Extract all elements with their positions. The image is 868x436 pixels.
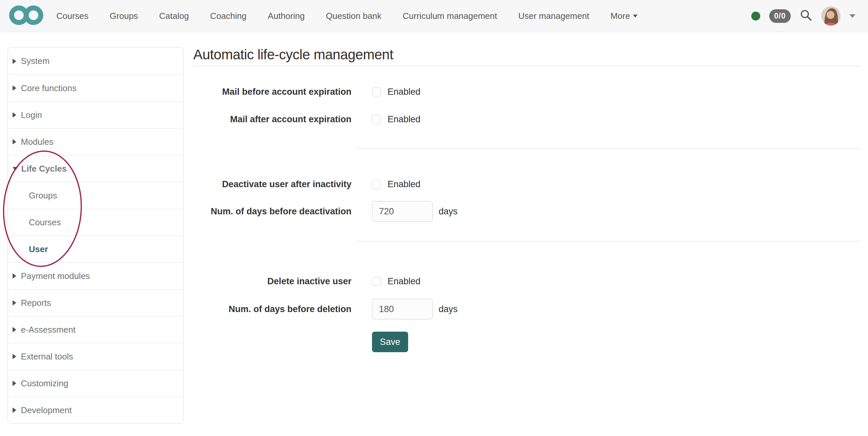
page-title: Automatic life-cycle management <box>193 48 393 62</box>
form-row-days-before-deletion: Num. of days before deletion days <box>193 299 861 320</box>
field-label: Mail after account expiration <box>193 114 351 125</box>
save-button[interactable]: Save <box>372 332 408 352</box>
enabled-label: Enabled <box>388 114 421 125</box>
form-row-mail-after-expiration: Mail after account expiration Enabled <box>193 112 861 127</box>
chevron-right-icon <box>12 354 16 359</box>
unit-label: days <box>439 206 458 217</box>
nav-item-groups[interactable]: Groups <box>110 11 138 21</box>
mail-before-expiration-checkbox[interactable] <box>372 88 381 96</box>
nav-item-catalog[interactable]: Catalog <box>159 11 189 21</box>
sidebar-item-label: User <box>29 244 48 255</box>
nav-item-courses[interactable]: Courses <box>56 11 89 21</box>
sidebar-item-development[interactable]: Development <box>8 397 183 424</box>
field-label: Num. of days before deactivation <box>193 206 351 217</box>
unit-label: days <box>439 304 458 314</box>
field-label: Deactivate user after inactivity <box>193 179 351 190</box>
mail-after-expiration-checkbox[interactable] <box>372 115 381 124</box>
field-label: Num. of days before deletion <box>193 304 351 314</box>
days-before-deletion-input[interactable] <box>372 299 433 320</box>
sidebar-item-payment-modules[interactable]: Payment modules <box>8 262 183 289</box>
form-row-days-before-deactivation: Num. of days before deactivation days <box>193 201 861 222</box>
sidebar-item-label: Modules <box>21 137 53 147</box>
sidebar-item-label: External tools <box>21 351 73 362</box>
chevron-right-icon <box>12 381 16 386</box>
sidebar-item-label: Reports <box>21 298 51 308</box>
infinity-logo-icon <box>9 5 44 27</box>
sidebar-item-system[interactable]: System <box>8 48 183 74</box>
chevron-right-icon <box>12 86 16 91</box>
enabled-label: Enabled <box>388 276 421 287</box>
sidebar-item-label: Login <box>21 110 42 120</box>
deactivate-user-checkbox[interactable] <box>372 180 381 189</box>
sidebar-item-label: e-Assessment <box>21 325 75 335</box>
chevron-right-icon <box>12 59 16 64</box>
section-divider <box>356 241 861 241</box>
sidebar-item-life-cycles-user[interactable]: User <box>8 236 183 262</box>
sidebar-item-label: Groups <box>29 191 57 201</box>
sidebar-item-login[interactable]: Login <box>8 101 183 128</box>
enabled-label: Enabled <box>388 179 421 190</box>
sidebar-item-e-assessment[interactable]: e-Assessment <box>8 316 183 343</box>
chevron-right-icon <box>12 273 16 279</box>
sidebar-item-label: Core functions <box>21 83 76 94</box>
field-label: Delete inactive user <box>193 276 351 287</box>
sidebar-item-reports[interactable]: Reports <box>8 289 183 316</box>
sidebar-item-life-cycles-courses[interactable]: Courses <box>8 209 183 236</box>
sidebar-item-label: Payment modules <box>21 271 90 281</box>
sidebar-item-core-functions[interactable]: Core functions <box>8 74 183 101</box>
main-content: Automatic life-cycle management Mail bef… <box>193 0 861 436</box>
sidebar-item-customizing[interactable]: Customizing <box>8 370 183 397</box>
section-divider <box>356 148 861 149</box>
days-before-deactivation-input[interactable] <box>372 201 433 222</box>
form-row-deactivate-user: Deactivate user after inactivity Enabled <box>193 177 861 192</box>
sidebar-item-label: Life Cycles <box>21 164 67 174</box>
chevron-right-icon <box>12 407 16 413</box>
sidebar-item-external-tools[interactable]: External tools <box>8 343 183 370</box>
app-logo[interactable] <box>9 5 44 27</box>
delete-inactive-user-checkbox[interactable] <box>372 277 381 286</box>
chevron-right-icon <box>12 327 16 332</box>
form-row-delete-inactive-user: Delete inactive user Enabled <box>193 274 861 289</box>
chevron-right-icon <box>12 300 16 305</box>
field-label: Mail before account expiration <box>193 87 351 97</box>
sidebar-item-life-cycles-groups[interactable]: Groups <box>8 182 183 209</box>
enabled-label: Enabled <box>388 87 421 97</box>
sidebar-item-life-cycles[interactable]: Life Cycles <box>8 155 183 182</box>
sidebar-item-label: Customizing <box>21 378 68 389</box>
chevron-down-icon <box>12 167 18 171</box>
sidebar-item-label: System <box>21 56 50 66</box>
sidebar-item-label: Development <box>21 405 72 415</box>
chevron-right-icon <box>12 112 16 118</box>
title-divider <box>193 66 861 66</box>
admin-sidebar: System Core functions Login Modules Life… <box>8 47 184 424</box>
sidebar-item-modules[interactable]: Modules <box>8 128 183 155</box>
chevron-right-icon <box>12 139 16 144</box>
form-row-mail-before-expiration: Mail before account expiration Enabled <box>193 85 861 99</box>
sidebar-item-label: Courses <box>29 217 61 228</box>
